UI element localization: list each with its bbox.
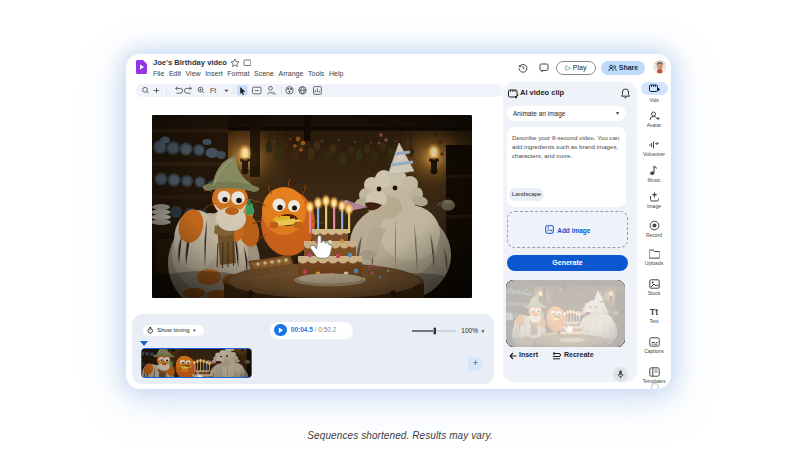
svg-text:Ft: Ft	[210, 87, 216, 94]
